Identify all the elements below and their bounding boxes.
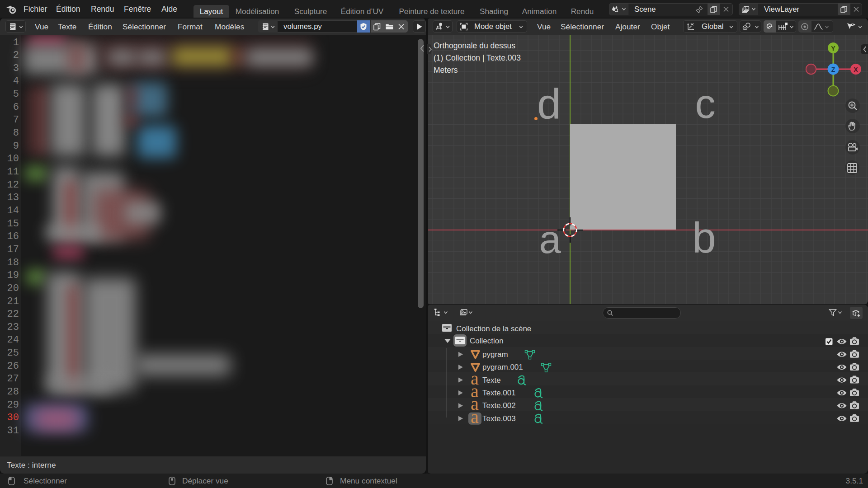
svg-text:Y: Y — [831, 45, 835, 52]
svg-text:X: X — [854, 66, 858, 73]
svg-text:Z: Z — [831, 66, 835, 73]
